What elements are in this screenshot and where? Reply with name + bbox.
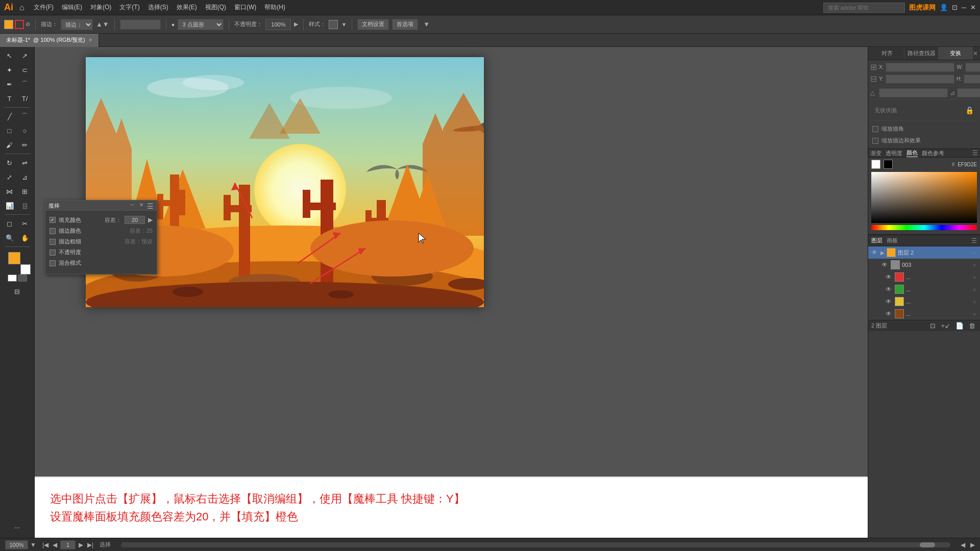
selection-tool[interactable]: ↖ — [3, 49, 17, 62]
tab-align[interactable]: 对齐 — [870, 47, 904, 60]
doc-settings-button[interactable]: 文档设置 — [357, 19, 389, 30]
prev-page-btn[interactable]: ◀ — [52, 541, 58, 548]
fill-color-checkbox[interactable] — [50, 217, 56, 223]
next-page-btn[interactable]: ▶ — [78, 541, 84, 548]
paintbrush-tool[interactable]: 🖌 — [3, 138, 17, 152]
menu-object[interactable]: 对象(O) — [87, 2, 114, 13]
brush-select[interactable]: 描边： — [61, 19, 93, 30]
layers-menu-icon[interactable]: ☰ — [971, 237, 977, 244]
opacity-arrow-icon[interactable]: ▶ — [294, 21, 298, 28]
lasso-tool[interactable]: ⊂ — [18, 63, 32, 77]
magic-wand-tool[interactable]: ✦ — [3, 63, 17, 77]
rotate-tool[interactable]: ↻ — [3, 156, 17, 169]
brown-layer-eye[interactable]: 👁 — [885, 310, 893, 317]
white-color-swatch[interactable] — [871, 160, 880, 169]
stroke-color-swatch[interactable] — [15, 20, 24, 29]
style-dropdown-icon[interactable]: ▼ — [341, 21, 347, 28]
layer-item-red[interactable]: 👁 ... ○ — [868, 271, 980, 283]
lock-icon[interactable]: 🔒 — [965, 106, 974, 114]
layer-item-yellow[interactable]: 👁 ... ○ — [868, 295, 980, 308]
stroke-color-checkbox[interactable] — [50, 228, 56, 234]
make-clipping-btn[interactable]: ⊡ — [928, 322, 937, 330]
menu-effect[interactable]: 效果(E) — [174, 2, 200, 13]
line-tool[interactable]: ╱ — [3, 110, 17, 123]
artboard-tool[interactable]: ⊟ — [10, 285, 24, 298]
reshape-tool[interactable]: ⊞ — [18, 185, 32, 198]
document-tab[interactable]: 未标题-1* @ 100% (RGB/预览) ✕ — [0, 34, 99, 47]
menu-edit[interactable]: 编辑(E) — [59, 2, 85, 13]
layer-eye-icon[interactable]: 👁 — [870, 249, 878, 256]
menu-window[interactable]: 窗口(W) — [231, 2, 259, 13]
ellipse-tool[interactable]: ○ — [18, 124, 32, 137]
layer-expand-icon[interactable]: ▶ — [880, 250, 885, 256]
layers-tab-layers[interactable]: 图层 — [871, 237, 883, 244]
layer-lock-icon[interactable]: ○ — [971, 250, 978, 256]
scale-strokes-checkbox[interactable] — [872, 138, 878, 144]
point-shape-select[interactable]: 3 点圆形 — [178, 19, 224, 30]
tab-transform[interactable]: 变换 — [939, 47, 973, 60]
panel-minimize-btn[interactable]: ─ — [129, 202, 136, 210]
menu-file[interactable]: 文件(F) — [31, 2, 57, 13]
stroke-mode-icon[interactable]: ⊘ — [26, 21, 30, 28]
rect-tool[interactable]: □ — [3, 124, 17, 137]
delete-layer-btn[interactable]: 🗑 — [967, 322, 977, 330]
h-input[interactable] — [964, 74, 980, 84]
tab-gradient[interactable]: 渐变 — [870, 149, 881, 157]
close-icon[interactable]: ✕ — [970, 4, 976, 11]
menu-select[interactable]: 选择(S) — [145, 2, 172, 13]
brush-arrow-icon[interactable]: ▲▼ — [96, 20, 109, 28]
tab-color-ref[interactable]: 颜色参考 — [922, 149, 944, 157]
scissors-tool[interactable]: ✂ — [18, 217, 32, 230]
menu-text[interactable]: 文字(T) — [116, 2, 142, 13]
y-input[interactable] — [886, 74, 954, 84]
green-layer-eye[interactable]: 👁 — [885, 286, 893, 293]
horizontal-scrollbar[interactable] — [121, 542, 950, 547]
mask-mode-icon[interactable] — [18, 274, 27, 282]
layer-item-green[interactable]: 👁 ... ○ — [868, 283, 980, 295]
layers-tab-artboard[interactable]: 画板 — [887, 237, 898, 244]
pen-tool[interactable]: ✒ — [3, 78, 17, 91]
shear-input[interactable] — [957, 88, 980, 97]
red-layer-lock[interactable]: ○ — [971, 274, 978, 280]
color-panel-menu-icon[interactable]: ☰ — [972, 149, 978, 157]
tab-close-button[interactable]: ✕ — [88, 37, 92, 43]
foreground-color[interactable] — [8, 252, 20, 264]
tab-pathfinder[interactable]: 路径查找器 — [904, 47, 939, 60]
panel-close-btn[interactable]: ✕ — [138, 202, 145, 210]
prefs-dropdown-icon[interactable]: ▼ — [423, 20, 430, 28]
red-layer-eye[interactable]: 👁 — [885, 273, 893, 281]
puppet-warp-tool[interactable]: ⋈ — [3, 185, 17, 198]
normal-mode-icon[interactable] — [8, 274, 17, 282]
tolerance-input[interactable] — [125, 216, 145, 224]
yellow-layer-eye[interactable]: 👁 — [885, 298, 893, 305]
reflect-tool[interactable]: ⇌ — [18, 156, 32, 169]
direct-selection-tool[interactable]: ↗ — [18, 49, 32, 62]
menu-view[interactable]: 视图(Q) — [202, 2, 229, 13]
x-input[interactable] — [886, 63, 954, 72]
type-tool[interactable]: T — [3, 92, 17, 105]
page-number-input[interactable] — [60, 540, 76, 549]
hand-tool[interactable]: ✋ — [18, 231, 32, 244]
zoom-dropdown-icon[interactable]: ▼ — [30, 541, 36, 548]
layer-item-brown[interactable]: 👁 ... ○ — [868, 308, 980, 320]
scroll-right-btn[interactable]: ▶ — [970, 541, 975, 548]
stroke-width-checkbox[interactable] — [50, 239, 56, 245]
minimize-icon[interactable]: ─ — [962, 4, 966, 11]
user-icon[interactable]: 👤 — [940, 4, 948, 11]
w-input[interactable] — [965, 63, 981, 72]
arc-tool[interactable]: ⌒ — [18, 110, 32, 123]
tolerance-arrow[interactable]: ▶ — [148, 216, 153, 223]
first-page-btn[interactable]: |◀ — [41, 541, 50, 548]
layer-item-layer2[interactable]: 👁 ▶ 图层 2 ○ — [868, 246, 980, 259]
color-picker[interactable] — [871, 172, 977, 223]
new-layer-btn[interactable]: 📄 — [954, 322, 965, 330]
new-sublayer-btn[interactable]: +↙ — [939, 322, 952, 330]
green-layer-lock[interactable]: ○ — [971, 287, 978, 292]
hue-slider[interactable] — [871, 225, 977, 230]
path-type-tool[interactable]: T/ — [18, 92, 32, 105]
sublayer-lock-icon[interactable]: ○ — [971, 262, 978, 268]
preferences-button[interactable]: 首选项 — [392, 19, 418, 30]
blend-mode-checkbox[interactable] — [50, 260, 56, 266]
background-color[interactable] — [20, 264, 31, 274]
menu-help[interactable]: 帮助(H) — [261, 2, 288, 13]
